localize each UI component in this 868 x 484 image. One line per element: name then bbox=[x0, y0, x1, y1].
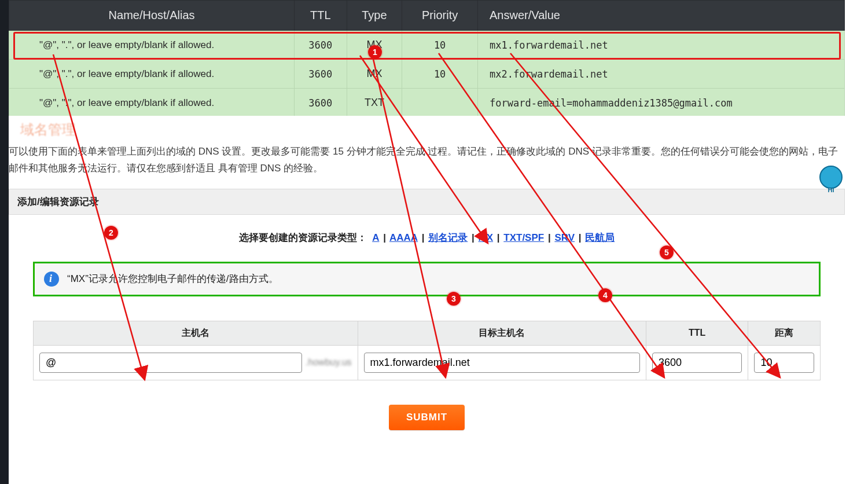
section-header: 添加/编辑资源记录 bbox=[9, 189, 845, 215]
ttl-input[interactable] bbox=[652, 353, 742, 373]
rtype-label: 选择要创建的资源记录类型： bbox=[239, 232, 367, 243]
cell-answer: forward-email=mohammaddeniz1385@gmail.co… bbox=[478, 89, 845, 118]
col-header-ttl: TTL bbox=[295, 1, 347, 31]
info-text: “MX”记录允许您控制电子邮件的传递/路由方式。 bbox=[67, 272, 278, 285]
col-header-priority: Priority bbox=[402, 1, 478, 31]
cell-type: MX bbox=[347, 60, 402, 89]
help-icon[interactable]: HI bbox=[817, 166, 845, 193]
target-input[interactable] bbox=[364, 353, 640, 373]
cell-name: "@", ".", or leave empty/blank if allowe… bbox=[9, 31, 295, 60]
rtype-link-a[interactable]: A bbox=[372, 232, 379, 243]
rtype-link-alias[interactable]: 别名记录 bbox=[428, 232, 468, 243]
rtype-link-srv[interactable]: SRV bbox=[554, 232, 575, 243]
col-header-type: Type bbox=[347, 1, 402, 31]
dark-sidebar bbox=[0, 0, 9, 484]
dns-editor-panel: 域名管理 可以使用下面的表单来管理上面列出的域的 DNS 设置。更改最多可能需要… bbox=[9, 116, 845, 484]
form-header-host: 主机名 bbox=[34, 321, 358, 345]
host-suffix: .howbuy.us bbox=[306, 357, 352, 368]
rtype-link-mx[interactable]: MX bbox=[479, 232, 494, 243]
form-header-target: 目标主机名 bbox=[358, 321, 646, 345]
info-box: “MX”记录允许您控制电子邮件的传递/路由方式。 bbox=[33, 262, 821, 296]
cell-type: TXT bbox=[347, 89, 402, 118]
info-icon bbox=[44, 272, 59, 287]
table-row: "@", ".", or leave empty/blank if allowe… bbox=[9, 31, 845, 60]
col-header-answer: Answer/Value bbox=[478, 1, 845, 31]
cell-ttl: 3600 bbox=[295, 31, 347, 60]
svg-point-0 bbox=[820, 166, 842, 188]
rtype-link-txt[interactable]: TXT/SPF bbox=[503, 232, 544, 243]
cell-type: MX bbox=[347, 31, 402, 60]
host-input[interactable] bbox=[39, 353, 302, 373]
cell-prio: 10 bbox=[402, 31, 478, 60]
cell-answer: mx2.forwardemail.net bbox=[478, 60, 845, 89]
cell-answer: mx1.forwardemail.net bbox=[478, 31, 845, 60]
distance-input[interactable] bbox=[754, 353, 814, 373]
cell-prio bbox=[402, 89, 478, 118]
table-row: "@", ".", or leave empty/blank if allowe… bbox=[9, 89, 845, 118]
rtype-link-caa[interactable]: 民航局 bbox=[585, 232, 615, 243]
dns-records-table: Name/Host/Alias TTL Type Priority Answer… bbox=[9, 0, 845, 118]
cell-prio: 10 bbox=[402, 60, 478, 89]
cell-ttl: 3600 bbox=[295, 60, 347, 89]
panel-title-fragment: 域名管理 bbox=[20, 120, 165, 137]
submit-button[interactable]: SUBMIT bbox=[389, 405, 465, 430]
table-row: "@", ".", or leave empty/blank if allowe… bbox=[9, 60, 845, 89]
table-header-row: Name/Host/Alias TTL Type Priority Answer… bbox=[9, 1, 845, 31]
cell-ttl: 3600 bbox=[295, 89, 347, 118]
svg-text:HI: HI bbox=[828, 186, 834, 193]
cell-name: "@", ".", or leave empty/blank if allowe… bbox=[9, 60, 295, 89]
rtype-link-aaaa[interactable]: AAAA bbox=[389, 232, 418, 243]
form-header-dist: 距离 bbox=[748, 321, 821, 345]
panel-description: 可以使用下面的表单来管理上面列出的域的 DNS 设置。更改最多可能需要 15 分… bbox=[9, 139, 845, 189]
form-header-ttl: TTL bbox=[646, 321, 748, 345]
record-type-selector: 选择要创建的资源记录类型： A | AAAA | 别名记录 | MX | TXT… bbox=[9, 215, 845, 255]
col-header-name: Name/Host/Alias bbox=[9, 1, 295, 31]
cell-name: "@", ".", or leave empty/blank if allowe… bbox=[9, 89, 295, 118]
mx-form-table: 主机名 目标主机名 TTL 距离 .howbuy.us bbox=[33, 321, 821, 380]
